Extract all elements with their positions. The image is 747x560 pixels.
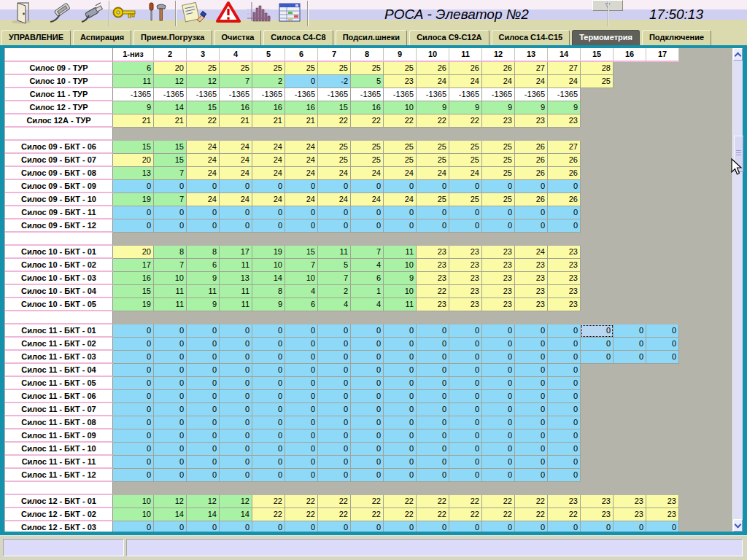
temperature-cell[interactable]: 25: [581, 75, 614, 88]
temperature-cell[interactable]: 25: [482, 154, 515, 167]
temperature-cell[interactable]: 26: [548, 167, 581, 180]
temperature-cell[interactable]: 0: [417, 324, 449, 338]
temperature-cell[interactable]: 5: [351, 75, 384, 88]
temperature-cell[interactable]: 0: [384, 429, 417, 443]
temperature-cell[interactable]: 24: [449, 75, 482, 88]
temperature-cell[interactable]: 9: [482, 101, 515, 114]
alarm-button[interactable]: [214, 1, 242, 26]
temperature-cell[interactable]: -1365: [285, 88, 318, 101]
temperature-cell[interactable]: 6: [113, 62, 154, 75]
temperature-cell[interactable]: 25: [351, 154, 384, 167]
temperature-cell[interactable]: 9: [417, 101, 449, 114]
temperature-cell[interactable]: 4: [318, 298, 351, 311]
temperature-cell[interactable]: 0: [417, 377, 449, 390]
temperature-cell[interactable]: 0: [482, 219, 515, 233]
temperature-cell[interactable]: 27: [548, 62, 581, 75]
temperature-cell[interactable]: 23: [646, 495, 679, 508]
temperature-cell[interactable]: 23: [548, 246, 581, 259]
tab-7[interactable]: Силоса С9-С12А: [409, 30, 489, 45]
temperature-cell[interactable]: 26: [515, 167, 548, 180]
temperature-cell[interactable]: 0: [449, 364, 482, 377]
temperature-cell[interactable]: 22: [417, 114, 449, 128]
temperature-cell[interactable]: 24: [187, 154, 220, 167]
temperature-cell[interactable]: 9: [515, 101, 548, 114]
vertical-scrollbar[interactable]: [732, 48, 743, 532]
temperature-cell[interactable]: 7: [285, 259, 318, 272]
temperature-cell[interactable]: 0: [318, 429, 351, 443]
temperature-cell[interactable]: 0: [318, 390, 351, 403]
temperature-cell[interactable]: 0: [220, 456, 252, 469]
temperature-cell[interactable]: 24: [285, 154, 318, 167]
temperature-cell[interactable]: 0: [548, 416, 581, 429]
temperature-cell[interactable]: 0: [285, 338, 318, 351]
temperature-cell[interactable]: 0: [154, 403, 187, 416]
temperature-cell[interactable]: 26: [449, 62, 482, 75]
temperature-cell[interactable]: 0: [318, 206, 351, 219]
temperature-cell[interactable]: 8: [187, 246, 220, 259]
temperature-cell[interactable]: 24: [384, 167, 417, 180]
temperature-cell[interactable]: 12: [220, 495, 252, 508]
temperature-cell[interactable]: 26: [515, 154, 548, 167]
temperature-cell[interactable]: 22: [384, 508, 417, 521]
temperature-cell[interactable]: 10: [285, 272, 318, 285]
temperature-cell[interactable]: 0: [548, 521, 581, 532]
temperature-cell[interactable]: 13: [113, 167, 154, 180]
temperature-cell[interactable]: 11: [220, 259, 252, 272]
temperature-cell[interactable]: 0: [482, 521, 515, 532]
temperature-cell[interactable]: 0: [351, 324, 384, 338]
temperature-cell[interactable]: 25: [384, 141, 417, 154]
temperature-cell[interactable]: 0: [384, 219, 417, 233]
temperature-cell[interactable]: 0: [417, 206, 449, 219]
temperature-cell[interactable]: -1365: [417, 88, 449, 101]
temperature-cell[interactable]: 0: [285, 206, 318, 219]
temperature-cell[interactable]: 0: [154, 206, 187, 219]
temperature-cell[interactable]: 0: [154, 219, 187, 233]
temperature-cell[interactable]: 0: [113, 377, 154, 390]
tab-3[interactable]: Прием.Погрузка: [133, 30, 212, 45]
temperature-cell[interactable]: 0: [318, 324, 351, 338]
temperature-cell[interactable]: 11: [318, 246, 351, 259]
temperature-cell[interactable]: 0: [548, 429, 581, 443]
temperature-cell[interactable]: 0: [449, 351, 482, 364]
temperature-cell[interactable]: 0: [515, 324, 548, 338]
temperature-cell[interactable]: 0: [252, 429, 285, 443]
temperature-cell[interactable]: 12: [154, 75, 187, 88]
temperature-cell[interactable]: 0: [482, 416, 515, 429]
temperature-cell[interactable]: -2: [318, 75, 351, 88]
temperature-cell[interactable]: 22: [318, 114, 351, 128]
report-button[interactable]: [179, 1, 207, 26]
temperature-cell[interactable]: 4: [351, 259, 384, 272]
temperature-cell[interactable]: 0: [285, 403, 318, 416]
temperature-cell[interactable]: 24: [220, 141, 252, 154]
temperature-cell[interactable]: 26: [515, 141, 548, 154]
temperature-cell[interactable]: 23: [646, 508, 679, 521]
temperature-cell[interactable]: 0: [187, 456, 220, 469]
temperature-cell[interactable]: 11: [154, 298, 187, 311]
temperature-cell[interactable]: 21: [252, 114, 285, 128]
temperature-cell[interactable]: 0: [614, 521, 646, 532]
temperature-cell[interactable]: 15: [113, 141, 154, 154]
temperature-cell[interactable]: 23: [515, 298, 548, 311]
temperature-cell[interactable]: 9: [113, 101, 154, 114]
temperature-cell[interactable]: 7: [318, 272, 351, 285]
temperature-cell[interactable]: 0: [252, 180, 285, 193]
temperature-cell[interactable]: 0: [548, 219, 581, 233]
temperature-cell[interactable]: 0: [113, 351, 154, 364]
tab-1[interactable]: УПРАВЛЕНИЕ: [1, 30, 71, 45]
scroll-up-button[interactable]: [733, 48, 743, 61]
temperature-cell[interactable]: 16: [220, 101, 252, 114]
temperature-cell[interactable]: 25: [417, 141, 449, 154]
temperature-cell[interactable]: 0: [113, 456, 154, 469]
temperature-cell[interactable]: 0: [548, 351, 581, 364]
temperature-cell[interactable]: 0: [318, 521, 351, 532]
temperature-cell[interactable]: 9: [449, 101, 482, 114]
tab-9[interactable]: Термометрия: [572, 30, 640, 45]
temperature-cell[interactable]: 24: [220, 167, 252, 180]
temperature-cell[interactable]: 0: [482, 443, 515, 456]
temperature-cell[interactable]: 6: [187, 259, 220, 272]
temperature-cell[interactable]: 0: [515, 364, 548, 377]
temperature-cell[interactable]: 0: [384, 390, 417, 403]
temperature-cell[interactable]: 0: [384, 180, 417, 193]
temperature-cell[interactable]: -1365: [482, 88, 515, 101]
temperature-cell[interactable]: 0: [482, 390, 515, 403]
